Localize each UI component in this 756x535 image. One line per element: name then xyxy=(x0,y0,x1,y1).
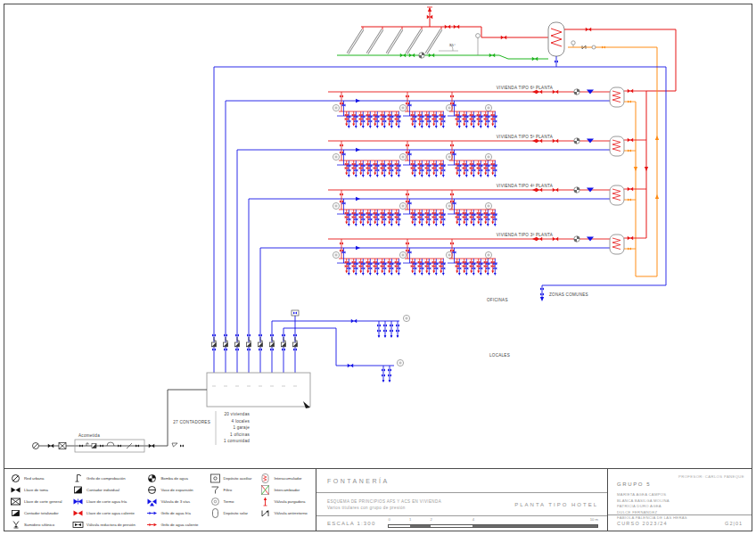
legend-label: Válvula purgadora xyxy=(274,499,305,504)
legend-item: Llave de corte general xyxy=(10,497,69,506)
meters-item: 1 oficinas xyxy=(230,432,250,437)
legend-item: Grifo de comprobación xyxy=(72,473,143,482)
legend-column: Bomba de agua Vaso de expansión Válvula … xyxy=(146,473,205,529)
legend-item: Válvula reductora de presión xyxy=(72,520,143,529)
deposito-solar-icon xyxy=(210,508,221,518)
valvula-reductora-icon xyxy=(72,520,84,530)
zone-label-locales: LOCALES xyxy=(489,353,510,358)
legend-item: Grifo de agua caliente xyxy=(146,520,205,529)
member-list: MARIETA AGEA CAMPOS BLANCA BASILGA MOLIN… xyxy=(617,492,744,520)
interacumulador-icon xyxy=(259,473,271,483)
llave-corte-fria-icon xyxy=(72,497,84,506)
floor-label: VIVIENDA TIPO 5ª PLANTA xyxy=(497,135,554,139)
legend-label: Depósito auxiliar xyxy=(224,476,252,481)
member-name: BLANCA BASILGA MOLINA xyxy=(617,498,744,503)
legend-label: Contador totalizador xyxy=(24,511,59,515)
zone-label-zonas-comunes: ZONAS COMUNES xyxy=(549,292,588,297)
legend-item: Filtro xyxy=(210,485,257,494)
vaso-expansion-icon xyxy=(146,485,158,495)
legend-label: Filtro xyxy=(224,488,233,492)
legend-item: Depósito solar xyxy=(210,508,257,517)
floor-label: VIVIENDA TIPO 6ª PLANTA xyxy=(497,86,554,90)
legend-label: Termo xyxy=(224,499,234,504)
floor-label: VIVIENDA TIPO 3ª PLANTA xyxy=(497,233,554,237)
legend-label: Contador individual xyxy=(86,488,119,492)
legend-item: Depósito auxiliar xyxy=(210,473,257,482)
course-label: CURSO 2023/24 xyxy=(617,521,668,526)
legend: Red urbana Llave de toma Llave de corte … xyxy=(4,469,316,531)
collector-angle-label: 45° xyxy=(449,43,456,47)
floor-label: VIVIENDA TIPO 4ª PLANTA xyxy=(497,184,554,188)
legend-item: Válvula de 3 vías xyxy=(146,497,205,506)
cold-water-distribution xyxy=(214,56,666,382)
professor-name: PROFESOR: CARLOS PANEQUE xyxy=(678,474,744,479)
llave-corte-caliente-icon xyxy=(72,508,84,518)
description-line2: Varios titulares con grupo de presión xyxy=(327,506,441,510)
solar-collector-circuit xyxy=(337,7,575,61)
titleblock-discipline-row: FONTANERÍA xyxy=(316,469,607,493)
description-line1: ESQUEMA DE PRINCIPIOS AFS Y ACS EN VIVIE… xyxy=(327,499,441,504)
legend-item: Termo xyxy=(210,497,257,506)
legend-label: Depósito solar xyxy=(224,511,248,515)
valvula-antirretorno-icon xyxy=(259,508,271,518)
diagram-labels: VIVIENDA TIPO 6ª PLANTA VIVIENDA TIPO 5ª… xyxy=(78,43,588,443)
meters-item: 1 comunidad xyxy=(224,439,250,443)
member-name: MARIETA AGEA CAMPOS xyxy=(617,492,744,497)
titleblock-right: GRUPO 5 PROFESOR: CARLOS PANEQUE MARIETA… xyxy=(608,469,752,531)
contador-individual-icon xyxy=(72,485,84,495)
zone-label-oficinas: OFICINAS xyxy=(487,298,508,302)
legend-label: Llave de toma xyxy=(24,488,48,492)
scale-bar-segments xyxy=(388,524,598,528)
legend-column: Interacumulador Intercambiador Válvula p… xyxy=(259,473,312,529)
legend-item: Contador individual xyxy=(72,485,143,494)
legend-label: Intercambiador xyxy=(274,488,300,492)
legend-item: Llave de corte agua caliente xyxy=(72,508,143,517)
legend-label: Válvula reductora de presión xyxy=(86,523,136,527)
sheet-name: PLANTA TIPO HOTEL xyxy=(514,502,598,507)
bomba-agua-icon xyxy=(146,473,158,483)
group-cell: GRUPO 5 PROFESOR: CARLOS PANEQUE MARIETA… xyxy=(608,469,752,515)
group-name: GRUPO 5 xyxy=(617,482,651,487)
solar-panels xyxy=(348,29,441,54)
legend-label: Válvula antirretorno xyxy=(274,511,307,515)
scale-label: ESCALA 1:300 xyxy=(327,521,375,526)
deposito-auxiliar-icon xyxy=(210,473,221,483)
titleblock-center: FONTANERÍA ESQUEMA DE PRINCIPIOS AFS Y A… xyxy=(316,469,608,531)
red-urbana-icon xyxy=(10,473,21,483)
meters-item: 4 locales xyxy=(232,419,251,424)
legend-item: Interacumulador xyxy=(259,473,312,482)
legend-label: Sumidero sifónico xyxy=(24,523,54,527)
scale-tick: 0 xyxy=(388,517,390,522)
legend-item: Contador totalizador xyxy=(10,508,69,517)
member-name: DULCE FERNÁNDEZ xyxy=(617,510,744,514)
graphic-scale-bar: 0 1 2 4 10 m xyxy=(388,516,598,531)
scale-tick: 10 m xyxy=(590,517,598,522)
sumidero-sifonico-icon xyxy=(10,520,21,530)
legend-column: Red urbana Llave de toma Llave de corte … xyxy=(10,473,69,529)
meters-item: 20 viviendas xyxy=(224,412,250,416)
floor-rows xyxy=(328,87,646,276)
llave-corte-general-icon xyxy=(10,497,21,506)
legend-item: Intercambiador xyxy=(259,485,312,494)
legend-item: Grifo de agua fría xyxy=(146,508,205,517)
meters-item: 1 garaje xyxy=(233,425,250,430)
plumbing-schematic: VIVIENDA TIPO 6ª PLANTA VIVIENDA TIPO 5ª… xyxy=(0,0,756,468)
legend-item: Válvula purgadora xyxy=(259,497,312,506)
cold-water-fittings xyxy=(292,61,558,383)
legend-item: Bomba de agua xyxy=(146,473,205,482)
legend-label: Llave de corte agua caliente xyxy=(86,511,135,515)
legend-item: Vaso de expansión xyxy=(146,485,205,494)
acometida-label: Acometida xyxy=(78,433,100,438)
grifo-caliente-icon xyxy=(146,520,158,530)
legend-item: Llave de corte agua fría xyxy=(72,497,143,506)
scale-tick: 1 xyxy=(409,517,411,522)
contador-totalizador-icon xyxy=(10,508,21,518)
valvula-purgadora-icon xyxy=(259,497,271,506)
legend-label: Bomba de agua xyxy=(160,476,187,481)
member-name: PATRICIA DURO AGEA xyxy=(617,504,744,508)
grifo-fria-icon xyxy=(146,508,158,518)
legend-label: Grifo de agua caliente xyxy=(160,523,198,527)
legend-label: Red urbana xyxy=(24,476,44,481)
legend-item: Válvula antirretorno xyxy=(259,508,312,517)
drawing-sheet: VIVIENDA TIPO 6ª PLANTA VIVIENDA TIPO 5ª… xyxy=(0,0,756,535)
